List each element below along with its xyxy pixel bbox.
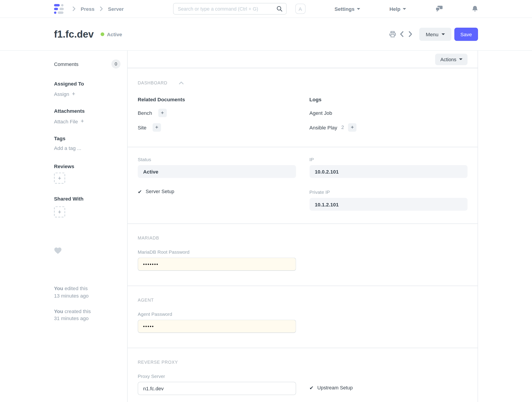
global-search [173,3,286,15]
settings-menu[interactable]: Settings [335,6,360,12]
add-ansible-play-button[interactable]: + [348,123,357,132]
upstream-setup-checkbox[interactable]: Upstream Setup [310,385,468,390]
status-field-value: Active [138,165,296,178]
comments-count-badge: 0 [111,59,121,69]
breadcrumb: Press Server [67,6,124,12]
plus-icon: + [81,118,84,125]
layout-main: Comments 0 Assigned To Assign + Attachme… [54,51,478,402]
private-ip-field-label: Private IP [310,190,468,195]
like-heart-icon[interactable] [54,247,121,256]
agent-section: AGENT Agent Password [128,286,478,348]
add-share-button[interactable]: + [54,206,65,218]
proxy-server-input[interactable] [138,382,296,395]
attachments-heading: Attachments [54,108,121,114]
page-title: f1.fc.dev [54,29,94,40]
tags-heading: Tags [54,135,121,141]
ip-field-value: 10.0.2.101 [310,165,468,178]
check-icon [138,189,142,194]
related-documents-title: Related Documents [138,96,296,102]
status-indicator-dot [101,32,104,36]
plus-icon: + [161,110,164,116]
reverse-proxy-section-title: REVERSE PROXY [138,360,468,365]
status-field-label: Status [138,157,296,162]
agent-password-input[interactable] [138,320,296,333]
mariadb-root-password-label: MariaDB Root Password [138,249,296,255]
agent-job-link[interactable]: Agent Job [310,110,332,116]
attach-file-button[interactable]: Attach File + [54,118,84,125]
reverse-proxy-section: REVERSE PROXY Proxy Server Upstream Setu… [128,348,478,402]
actions-row: Actions [128,51,478,68]
add-tag-input[interactable]: Add a tag ... [54,145,81,151]
status-indicator-label: Active [107,31,122,37]
plus-icon: + [58,175,61,181]
shared-with-heading: Shared With [54,196,121,202]
breadcrumb-item-press[interactable]: Press [81,6,95,12]
save-button[interactable]: Save [454,27,478,41]
help-menu[interactable]: Help [389,6,406,12]
mariadb-section: MARIADB MariaDB Root Password [128,224,478,286]
timeline-summary: You edited this13 minutes ago You create… [54,285,121,322]
log-row-ansible-play: Ansible Play 2 + [310,123,468,132]
chevron-right-icon [71,6,77,12]
add-site-button[interactable]: + [152,123,161,132]
status-column: Status Active Server Setup [138,157,296,211]
page-head: f1.fc.dev Active Menu Save [0,18,532,51]
add-review-button[interactable]: + [54,173,65,184]
created-entry: You created this31 minutes ago [54,307,121,322]
ansible-play-count: 2 [341,125,344,130]
search-icon [276,5,283,13]
assigned-to-heading: Assigned To [54,81,121,87]
assign-button[interactable]: Assign + [54,90,75,97]
menu-button[interactable]: Menu [419,27,451,41]
app-viewport: Press Server A Settings Help [0,0,532,402]
actions-button[interactable]: Actions [435,54,467,65]
next-document-icon[interactable] [408,31,413,38]
logs-title: Logs [310,96,468,102]
chevron-up-icon [179,80,184,86]
dashboard-section-toggle[interactable]: DASHBOARD [138,80,468,86]
plus-icon: + [155,124,158,130]
chevron-down-icon [442,33,445,35]
agent-password-label: Agent Password [138,311,296,317]
form-sidebar: Comments 0 Assigned To Assign + Attachme… [54,51,127,402]
related-doc-row-site: Site + [138,123,296,132]
agent-section-title: AGENT [138,298,468,303]
form-area: Actions DASHBOARD Related Documents [127,51,478,402]
ip-field-label: IP [310,157,468,162]
reviews-heading: Reviews [54,163,121,169]
chevron-down-icon [459,58,462,60]
top-navbar: Press Server A Settings Help [0,0,532,18]
notifications-bell-icon[interactable] [472,5,478,12]
plus-icon: + [58,208,61,215]
chat-icon[interactable] [435,5,443,12]
bench-link[interactable]: Bench [138,110,152,116]
chevron-right-icon [99,6,104,12]
mariadb-root-password-input[interactable] [138,258,296,271]
ip-column: IP 10.0.2.101 Private IP 10.1.2.101 [310,157,468,211]
add-bench-button[interactable]: + [158,108,167,117]
prev-document-icon[interactable] [399,31,405,38]
print-icon[interactable] [389,31,396,37]
private-ip-field-value: 10.1.2.101 [310,198,468,211]
logs-column: Logs Agent Job Ansible Play 2 + [310,96,468,138]
server-setup-checkbox[interactable]: Server Setup [138,189,296,194]
app-logo-icon[interactable] [54,4,64,14]
chevron-down-icon [403,8,406,10]
chevron-down-icon [357,8,360,10]
status-section: Status Active Server Setup IP 10.0.2.101… [128,147,478,224]
avatar[interactable]: A [295,4,305,14]
edited-entry: You edited this13 minutes ago [54,285,121,299]
sidebar-item-comments[interactable]: Comments 0 [54,59,121,69]
ansible-play-link[interactable]: Ansible Play [310,124,337,130]
site-link[interactable]: Site [138,124,146,130]
proxy-server-label: Proxy Server [138,373,296,379]
plus-icon: + [72,90,75,97]
breadcrumb-item-server[interactable]: Server [108,6,124,12]
related-documents-column: Related Documents Bench + Site + [138,96,296,138]
search-input[interactable] [173,3,286,15]
related-doc-row-bench: Bench + [138,108,296,117]
check-icon [310,385,314,390]
plus-icon: + [351,124,354,130]
mariadb-section-title: MARIADB [138,236,468,241]
dashboard-section: DASHBOARD Related Documents Bench + Site [128,68,478,147]
